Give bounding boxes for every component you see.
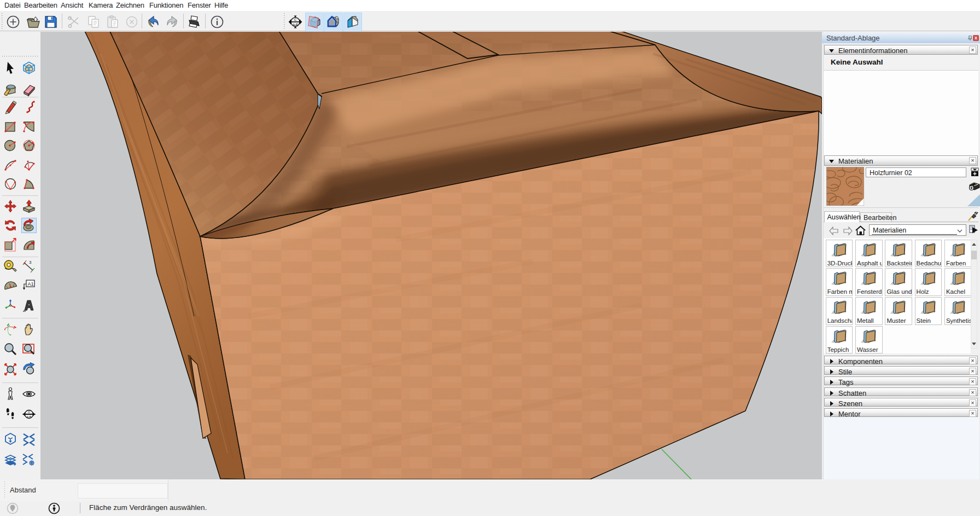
svg-text:A1: A1 [28,281,34,287]
svg-text:A-B: A-B [293,23,298,26]
svg-text:3: 3 [29,260,32,265]
svg-text:A-B: A-B [27,415,32,419]
svg-text:C: C [294,18,297,21]
svg-text:C: C [28,410,30,414]
